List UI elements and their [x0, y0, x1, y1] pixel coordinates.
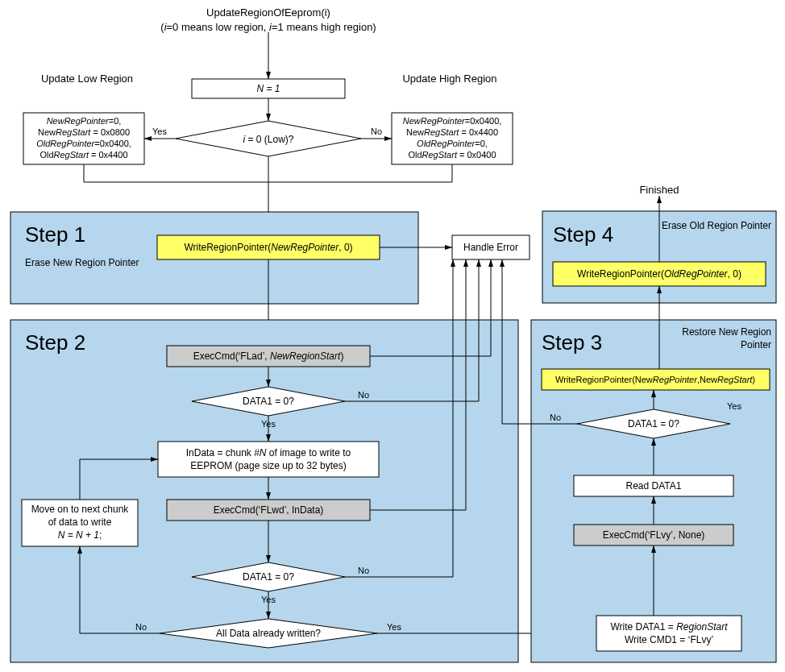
- svg-text:Yes: Yes: [387, 622, 401, 632]
- svg-text:EEPROM (page size up to 32 byt: EEPROM (page size up to 32 bytes): [190, 460, 346, 471]
- svg-text:i = 0 (Low)?: i = 0 (Low)?: [243, 134, 293, 145]
- svg-text:No: No: [550, 413, 561, 422]
- svg-text:Write CMD1 = ‘FLvy’: Write CMD1 = ‘FLvy’: [625, 634, 713, 645]
- step1-title: Step 1: [25, 222, 85, 247]
- title-line1: UpdateRegionOfEeprom(i): [206, 6, 330, 19]
- svg-text:N = 1: N = 1: [256, 83, 280, 94]
- svg-text:Handle Error: Handle Error: [463, 242, 518, 253]
- update-low-label: Update Low Region: [41, 73, 133, 85]
- svg-text:of data to write: of data to write: [48, 516, 112, 528]
- svg-text:N = N + 1;: N = N + 1;: [58, 529, 102, 541]
- svg-text:Yes: Yes: [727, 401, 741, 411]
- svg-text:ExecCmd(‘FLad’, NewRegionStart: ExecCmd(‘FLad’, NewRegionStart): [193, 351, 344, 362]
- step2-panel: [10, 320, 518, 662]
- svg-text:NewRegStart = 0x4400: NewRegStart = 0x4400: [406, 127, 498, 137]
- svg-text:ExecCmd(‘FLwd’, InData): ExecCmd(‘FLwd’, InData): [214, 504, 324, 516]
- svg-text:All Data already written?: All Data already written?: [216, 628, 321, 639]
- step4-title: Step 4: [553, 222, 613, 247]
- svg-text:OldRegPointer=0,: OldRegPointer=0,: [417, 139, 488, 148]
- svg-text:DATA1 = 0?: DATA1 = 0?: [243, 396, 294, 407]
- step1-sub: Erase New Region Pointer: [25, 257, 139, 268]
- svg-text:NewRegPointer=0x0400,: NewRegPointer=0x0400,: [403, 116, 502, 126]
- svg-text:WriteRegionPointer(NewRegPoint: WriteRegionPointer(NewRegPointer,NewRegS…: [555, 375, 755, 384]
- svg-text:No: No: [358, 390, 369, 400]
- svg-text:Read DATA1: Read DATA1: [626, 480, 682, 492]
- svg-text:Write DATA1 = RegionStart: Write DATA1 = RegionStart: [610, 621, 728, 633]
- update-high-label: Update High Region: [402, 73, 496, 85]
- svg-text:Yes: Yes: [152, 127, 167, 136]
- svg-text:Move on to next chunk: Move on to next chunk: [31, 504, 130, 515]
- svg-text:OldRegPointer=0x0400,: OldRegPointer=0x0400,: [36, 139, 131, 148]
- finished-label: Finished: [639, 184, 679, 196]
- step3-title: Step 3: [542, 330, 602, 355]
- step2-title: Step 2: [25, 330, 85, 355]
- svg-text:NewRegPointer=0,: NewRegPointer=0,: [47, 116, 122, 126]
- svg-text:(i=0 means low region, i=1 mea: (i=0 means low region, i=1 means high re…: [160, 21, 376, 33]
- svg-text:OldRegStart = 0x4400: OldRegStart = 0x4400: [39, 150, 127, 160]
- svg-text:No: No: [358, 566, 369, 575]
- svg-text:ExecCmd(‘FLvy’, None): ExecCmd(‘FLvy’, None): [603, 529, 705, 541]
- step3-sub1: Restore New Region: [682, 326, 771, 338]
- svg-text:InData = chunk #N of image to : InData = chunk #N of image to write to: [186, 447, 351, 458]
- svg-text:NewRegStart = 0x0800: NewRegStart = 0x0800: [38, 127, 130, 137]
- svg-text:WriteRegionPointer(NewRegPoint: WriteRegionPointer(NewRegPointer, 0): [184, 242, 352, 253]
- svg-text:No: No: [135, 622, 147, 632]
- flowchart: UpdateRegionOfEeprom(i) (i=0 means low r…: [0, 0, 785, 672]
- svg-text:DATA1 = 0?: DATA1 = 0?: [243, 571, 294, 583]
- svg-text:DATA1 = 0?: DATA1 = 0?: [628, 418, 679, 429]
- svg-text:OldRegStart = 0x0400: OldRegStart = 0x0400: [408, 150, 496, 160]
- svg-text:WriteRegionPointer(OldRegPoint: WriteRegionPointer(OldRegPointer, 0): [577, 268, 741, 280]
- step3-sub2: Pointer: [741, 339, 771, 351]
- svg-text:No: No: [371, 127, 382, 136]
- step4-sub: Erase Old Region Pointer: [662, 220, 771, 231]
